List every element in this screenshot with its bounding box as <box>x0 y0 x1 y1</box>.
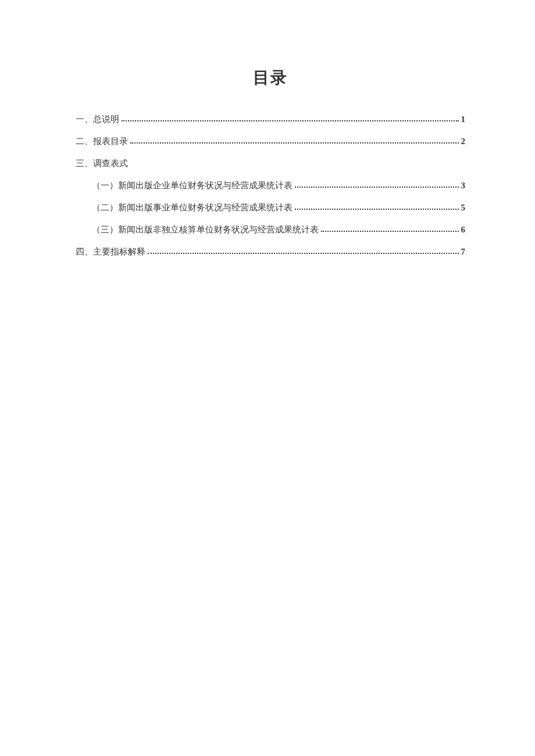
toc-entry-page: 6 <box>461 223 466 237</box>
toc-entry: 三、调查表式 <box>76 156 465 170</box>
toc-leader-dots <box>321 231 459 232</box>
toc-leader-dots <box>295 209 459 210</box>
toc-title: 目录 <box>76 67 465 89</box>
toc-entry-page: 5 <box>461 200 466 214</box>
toc-entry-label: （三）新闻出版非独立核算单位财务状况与经营成果统计表 <box>92 223 319 237</box>
toc-leader-dots <box>130 142 459 144</box>
toc-leader-dots <box>148 253 459 254</box>
toc-entry-label: （一）新闻出版企业单位财务状况与经营成果统计表 <box>92 178 293 192</box>
toc-entry: 四、主要指标解释7 <box>76 245 465 259</box>
toc-entry-label: 三、调查表式 <box>76 159 128 168</box>
toc-entry-page: 7 <box>461 245 466 259</box>
toc-entry: 二、报表目录2 <box>76 134 465 148</box>
toc-entry-page: 3 <box>461 178 466 192</box>
toc-entry-label: 二、报表目录 <box>76 134 128 148</box>
toc-entry: （一）新闻出版企业单位财务状况与经营成果统计表3 <box>76 178 465 192</box>
toc-entry-page: 2 <box>461 134 466 148</box>
toc-entry-label: （二）新闻出版事业单位财务状况与经营成果统计表 <box>92 200 293 214</box>
toc-entry: （三）新闻出版非独立核算单位财务状况与经营成果统计表6 <box>76 223 465 237</box>
toc-entry: 一、总说明1 <box>76 112 465 126</box>
toc-entry-page: 1 <box>461 112 466 126</box>
toc-list: 一、总说明1二、报表目录2三、调查表式（一）新闻出版企业单位财务状况与经营成果统… <box>76 112 465 259</box>
toc-entry: （二）新闻出版事业单位财务状况与经营成果统计表5 <box>76 200 465 214</box>
toc-leader-dots <box>122 120 459 121</box>
toc-leader-dots <box>295 187 459 188</box>
document-page: 目录 一、总说明1二、报表目录2三、调查表式（一）新闻出版企业单位财务状况与经营… <box>0 0 535 259</box>
toc-entry-label: 四、主要指标解释 <box>76 245 145 259</box>
toc-entry-label: 一、总说明 <box>76 112 119 126</box>
